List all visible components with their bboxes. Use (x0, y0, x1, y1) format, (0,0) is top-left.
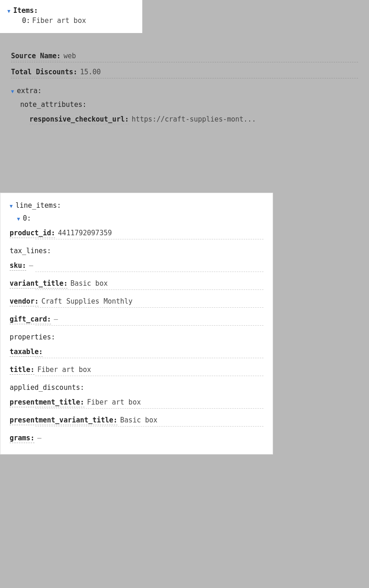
line-items-row: ▼ line_items: (10, 200, 263, 211)
presentment-title-row: presentment_title: Fiber art box (10, 394, 263, 408)
presentment-title-value: Fiber art box (87, 398, 141, 406)
extra-label: extra: (17, 87, 42, 95)
line-items-triangle[interactable]: ▼ (10, 203, 13, 209)
tax-lines-row: tax_lines: (10, 243, 263, 256)
responsive-checkout-label: responsive_checkout_url: (29, 115, 129, 124)
note-attributes-row: note_attributes: (11, 100, 358, 110)
vendor-label: vendor: (10, 297, 39, 306)
applied-discounts-label: applied_discounts: (10, 383, 84, 392)
properties-label: properties: (10, 333, 55, 341)
main-panel: ▼ line_items: ▼ 0: product_id: 441179209… (0, 193, 273, 455)
note-attributes-label: note_attributes: (20, 100, 87, 109)
gray-fields-section: Source Name: web Total Discounts: 15.00 … (0, 48, 369, 133)
taxable-row: taxable: (10, 344, 263, 358)
extra-row: ▼ extra: (11, 86, 358, 96)
total-discounts-label: Total Discounts: (11, 68, 78, 77)
gift-card-label: gift_card: (10, 315, 51, 324)
items-label: Items: (13, 6, 38, 15)
presentment-title-label: presentment_title: (10, 398, 84, 407)
sku-label: sku: (10, 261, 26, 271)
grams-row: grams: — (10, 430, 263, 447)
presentment-variant-title-value: Basic box (120, 416, 157, 424)
variant-title-value: Basic box (70, 279, 107, 288)
grams-label: grams: (10, 434, 34, 443)
total-discounts-value: 15.00 (80, 68, 101, 76)
vendor-value: Craft Supplies Monthly (41, 297, 133, 305)
product-id-row: product_id: 4411792097359 (10, 225, 263, 239)
vendor-row: vendor: Craft Supplies Monthly (10, 294, 263, 307)
variant-title-row: variant_title: Basic box (10, 276, 263, 289)
item-index: 0: (22, 17, 30, 25)
sku-row: sku: — (10, 258, 263, 272)
source-name-label: Source Name: (11, 52, 61, 61)
gift-card-row: gift_card: — (10, 311, 263, 325)
line-item-0-triangle[interactable]: ▼ (17, 216, 20, 222)
presentment-variant-title-row: presentment_variant_title: Basic box (10, 412, 263, 426)
responsive-checkout-row: responsive_checkout_url: https://craft-s… (11, 111, 358, 125)
total-discounts-row: Total Discounts: 15.00 (11, 64, 358, 78)
title-label: title: (10, 366, 34, 375)
line-item-0-index: 0: (23, 214, 31, 222)
line-item-0-row: ▼ 0: (10, 213, 263, 223)
source-name-row: Source Name: web (11, 48, 358, 62)
title-row: title: Fiber art box (10, 362, 263, 376)
product-id-label: product_id: (10, 229, 55, 238)
tax-lines-label: tax_lines: (10, 247, 51, 255)
grams-value: — (37, 434, 41, 442)
source-name-value: web (63, 52, 76, 60)
line-items-label: line_items: (16, 201, 61, 210)
item-0-row: 0: Fiber art box (7, 16, 135, 26)
sku-value: — (29, 261, 33, 270)
taxable-label: taxable: (10, 348, 43, 357)
items-triangle[interactable]: ▼ (7, 8, 11, 14)
extra-triangle[interactable]: ▼ (11, 89, 14, 94)
responsive-checkout-value: https://craft-supplies-mont... (132, 115, 256, 123)
top-card: ▼ Items: 0: Fiber art box (0, 0, 142, 33)
properties-row: properties: (10, 329, 263, 342)
product-id-value: 4411792097359 (58, 229, 112, 237)
gift-card-value: — (54, 315, 58, 323)
applied-discounts-row: applied_discounts: (10, 380, 263, 393)
variant-title-label: variant_title: (10, 279, 67, 288)
title-value: Fiber art box (37, 366, 91, 374)
items-row: ▼ Items: (7, 6, 135, 16)
presentment-variant-title-label: presentment_variant_title: (10, 416, 117, 425)
item-name: Fiber art box (32, 17, 86, 25)
